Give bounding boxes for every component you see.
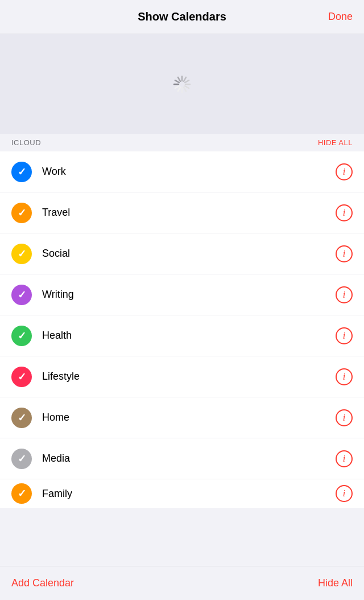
- checkmark-icon: ✓: [18, 167, 26, 177]
- calendar-item[interactable]: ✓Sociali: [0, 233, 364, 274]
- info-icon: i: [343, 454, 345, 464]
- calendar-checkbox[interactable]: ✓: [11, 203, 32, 223]
- calendar-checkbox[interactable]: ✓: [11, 483, 32, 504]
- add-calendar-button[interactable]: Add Calendar: [11, 577, 74, 589]
- info-icon: i: [343, 290, 345, 300]
- calendar-checkbox[interactable]: ✓: [11, 367, 32, 387]
- section-header: ICLOUD HIDE ALL: [0, 134, 364, 151]
- info-icon: i: [343, 167, 345, 177]
- calendar-name-label: Health: [42, 330, 336, 342]
- info-button[interactable]: i: [336, 450, 353, 467]
- svg-line-4: [185, 86, 189, 88]
- calendar-name-label: Travel: [42, 207, 336, 219]
- info-button[interactable]: i: [336, 163, 353, 180]
- calendar-item[interactable]: ✓Familyi: [0, 479, 364, 508]
- calendar-checkbox[interactable]: ✓: [11, 244, 32, 264]
- calendar-name-label: Home: [42, 412, 336, 424]
- calendar-item[interactable]: ✓Traveli: [0, 192, 364, 233]
- bottom-toolbar: Add Calendar Hide All: [0, 566, 364, 600]
- hide-all-button[interactable]: Hide All: [318, 577, 353, 589]
- checkmark-icon: ✓: [18, 331, 26, 341]
- calendar-item[interactable]: ✓Healthi: [0, 315, 364, 356]
- calendar-item[interactable]: ✓Lifestylei: [0, 356, 364, 397]
- checkmark-icon: ✓: [18, 454, 26, 464]
- info-icon: i: [343, 372, 345, 382]
- info-button[interactable]: i: [336, 409, 353, 426]
- checkmark-icon: ✓: [18, 208, 26, 218]
- calendar-checkbox[interactable]: ✓: [11, 449, 32, 469]
- calendar-item[interactable]: ✓Writingi: [0, 274, 364, 315]
- svg-line-11: [178, 77, 180, 81]
- calendar-item[interactable]: ✓Worki: [0, 151, 364, 192]
- info-button[interactable]: i: [336, 204, 353, 221]
- calendar-name-label: Lifestyle: [42, 371, 336, 383]
- info-icon: i: [343, 249, 345, 259]
- section-label: ICLOUD: [11, 138, 41, 147]
- calendar-name-label: Social: [42, 248, 336, 260]
- checkmark-icon: ✓: [18, 372, 26, 382]
- calendar-name-label: Family: [42, 488, 336, 500]
- calendar-name-label: Work: [42, 166, 336, 178]
- svg-line-8: [175, 86, 179, 88]
- svg-line-5: [184, 87, 186, 91]
- hide-all-section-button[interactable]: HIDE ALL: [318, 138, 353, 147]
- checkmark-icon: ✓: [18, 413, 26, 423]
- svg-line-2: [185, 80, 189, 83]
- calendar-name-label: Media: [42, 453, 336, 465]
- info-button[interactable]: i: [336, 368, 353, 385]
- calendar-checkbox[interactable]: ✓: [11, 326, 32, 346]
- spinner: [172, 74, 192, 94]
- calendar-checkbox[interactable]: ✓: [11, 408, 32, 428]
- checkmark-icon: ✓: [18, 249, 26, 259]
- info-icon: i: [343, 208, 345, 218]
- loading-area: [0, 34, 364, 134]
- svg-line-1: [184, 77, 186, 81]
- info-icon: i: [343, 488, 345, 499]
- calendar-name-label: Writing: [42, 289, 336, 301]
- info-icon: i: [343, 413, 345, 423]
- svg-line-7: [178, 87, 180, 91]
- header: Show Calendars Done: [0, 0, 364, 34]
- page-title: Show Calendars: [138, 10, 226, 23]
- checkmark-icon: ✓: [18, 488, 26, 499]
- calendar-item[interactable]: ✓Homei: [0, 397, 364, 438]
- done-button[interactable]: Done: [328, 11, 353, 23]
- svg-line-10: [175, 80, 179, 83]
- info-button[interactable]: i: [336, 286, 353, 303]
- calendar-item[interactable]: ✓Mediai: [0, 438, 364, 479]
- info-button[interactable]: i: [336, 485, 353, 502]
- calendar-checkbox[interactable]: ✓: [11, 162, 32, 182]
- info-button[interactable]: i: [336, 245, 353, 262]
- calendar-list: ✓Worki✓Traveli✓Sociali✓Writingi✓Healthi✓…: [0, 151, 364, 508]
- info-icon: i: [343, 331, 345, 341]
- calendar-checkbox[interactable]: ✓: [11, 285, 32, 305]
- checkmark-icon: ✓: [18, 290, 26, 300]
- info-button[interactable]: i: [336, 327, 353, 344]
